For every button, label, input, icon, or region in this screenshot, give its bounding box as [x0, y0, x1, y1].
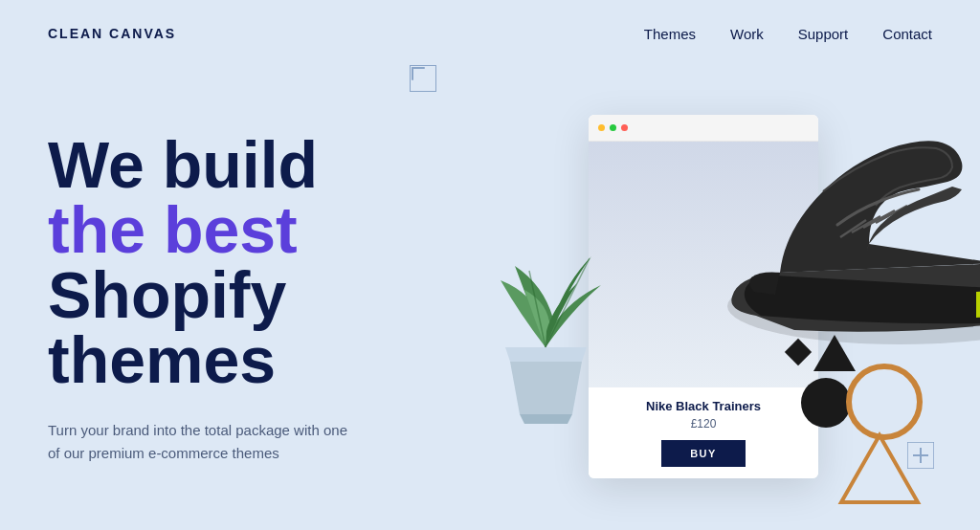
browser-dot-yellow: [598, 124, 605, 131]
hero-line4: themes: [48, 323, 276, 396]
hero-heading: We build the best Shopify themes: [48, 132, 412, 392]
logo: CLEAN CANVAS: [48, 26, 176, 41]
nav-contact[interactable]: Contact: [882, 26, 932, 42]
svg-marker-0: [510, 362, 582, 414]
browser-dot-red: [621, 124, 628, 131]
svg-marker-1: [505, 347, 587, 362]
plant-decoration: [457, 170, 635, 432]
nav-themes[interactable]: Themes: [644, 26, 696, 42]
plus-decoration-2: [907, 442, 934, 473]
hero-line2: the best: [48, 193, 298, 266]
hero-visual: Nike Black Trainers £120 BUY: [412, 67, 980, 530]
buy-button[interactable]: BUY: [661, 440, 746, 467]
nav-support[interactable]: Support: [798, 26, 849, 42]
browser-dot-green: [610, 124, 616, 131]
hero-line1: We build: [48, 128, 318, 201]
big-shoe: [699, 86, 980, 411]
header: CLEAN CANVAS Themes Work Support Contact: [0, 0, 980, 67]
svg-marker-2: [520, 414, 572, 424]
hero-line3: Shopify: [48, 258, 286, 331]
hero-subtitle: Turn your brand into the total package w…: [48, 419, 354, 465]
nav: Themes Work Support Contact: [644, 26, 932, 42]
hero-text: We build the best Shopify themes Turn yo…: [0, 67, 412, 530]
svg-marker-10: [841, 435, 918, 502]
main-content: We build the best Shopify themes Turn yo…: [0, 67, 980, 530]
svg-line-4: [546, 258, 590, 347]
nav-work[interactable]: Work: [730, 26, 764, 42]
